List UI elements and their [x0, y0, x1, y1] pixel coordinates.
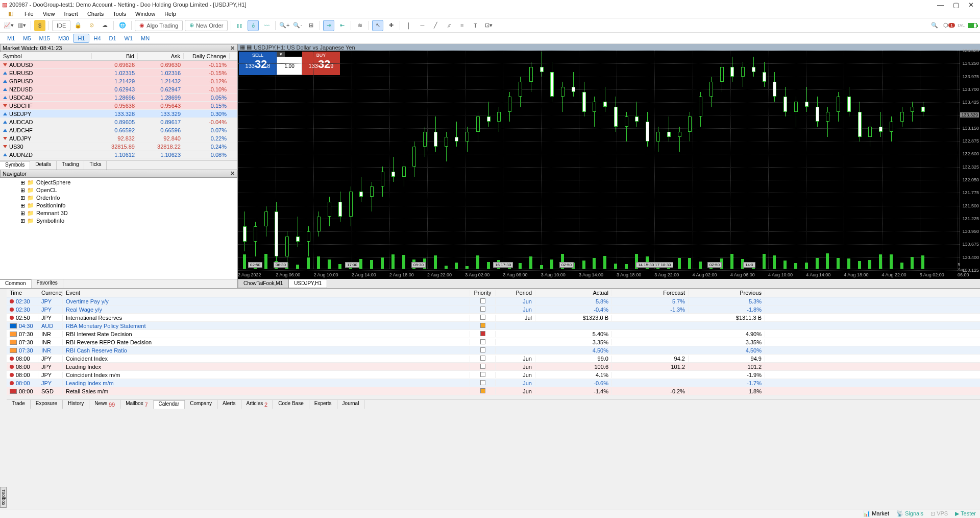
calendar-row[interactable]: 08:00JPYCoincident Index m/mJun4.1%-1.9% [7, 371, 980, 379]
toolbox-tab-mailbox[interactable]: Mailbox 7 [120, 400, 153, 409]
chart-area[interactable]: ▦ ▦ USDJPY,H1: US Dollar vs Japanese Yen… [238, 44, 980, 288]
symbol-row[interactable]: AUDUSD0.696260.69630-0.11% [0, 61, 237, 69]
menu-window[interactable]: Window [131, 11, 159, 17]
toolbox-tab-alerts[interactable]: Alerts [217, 400, 241, 409]
symbol-row[interactable]: AUDCHF0.665920.665960.07% [0, 126, 237, 134]
nav-item[interactable]: ⊞📁Remnant 3D [0, 209, 237, 217]
menu-help[interactable]: Help [160, 11, 180, 17]
zoom-out-icon[interactable]: 🔍- [292, 20, 303, 31]
zoom-in-icon[interactable]: 🔍+ [279, 20, 290, 31]
symbol-row[interactable]: USDJPY133.328133.3290.30% [0, 110, 237, 118]
menu-tools[interactable]: Tools [109, 11, 130, 17]
fibo-icon[interactable]: ≡ [456, 20, 468, 31]
globe-icon[interactable]: 🌐 [117, 20, 128, 31]
toolbox-tab-experts[interactable]: Experts [309, 400, 337, 409]
nav-item[interactable]: ⊞📁ObjectSphere [0, 179, 237, 186]
chart-tab[interactable]: USDJPY,H1 [288, 279, 327, 288]
bars-icon[interactable]: ⫿⫿ [234, 20, 246, 31]
close-button[interactable]: ✕ [968, 1, 974, 9]
tf-MN[interactable]: MN [137, 34, 154, 42]
menu-charts[interactable]: Charts [83, 11, 108, 17]
nav-item[interactable]: ⊞📁OpenCL [0, 186, 237, 194]
minimize-button[interactable]: — [937, 1, 944, 9]
navigator-close-icon[interactable]: ✕ [230, 170, 235, 177]
mw-tab-details[interactable]: Details [30, 161, 57, 170]
calendar-row[interactable]: 07:30INRRBI Cash Reserve Ratio4.50%4.50% [7, 346, 980, 355]
toolbox-tab-trade[interactable]: Trade [7, 400, 31, 409]
line-icon[interactable]: 〰 [261, 20, 272, 31]
candles-icon[interactable]: 🕯 [248, 20, 259, 31]
calendar-row[interactable]: 08:00JPYLeading IndexJun100.6101.2101.2 [7, 363, 980, 371]
symbol-row[interactable]: NZDUSD0.629430.62947-0.10% [0, 85, 237, 93]
dollar-icon[interactable]: $ [34, 20, 45, 31]
mw-tab-symbols[interactable]: Symbols [0, 161, 30, 170]
trendline-icon[interactable]: ╱ [430, 20, 441, 31]
calendar-row[interactable]: 07:30INRRBI Reverse REPO Rate Decision3.… [7, 338, 980, 346]
status-vps[interactable]: ⊡ VPS [930, 510, 948, 517]
tf-D1[interactable]: D1 [105, 34, 120, 42]
objects-dropdown[interactable]: ⊡▾ [483, 20, 494, 31]
chart-canvas[interactable]: SELL 133328 ▾ 1.00 BUY 133329 134.525134… [238, 51, 980, 279]
calendar-row[interactable]: 08:00JPYLeading Index m/mJun-0.6%-1.7% [7, 379, 980, 387]
chart-line-dropdown[interactable]: 📈▾ [3, 20, 14, 31]
calendar-row[interactable]: 02:30JPYReal Wage y/yJun-0.4%-1.3%-1.8% [7, 305, 980, 314]
tf-H1[interactable]: H1 [73, 34, 89, 43]
col-change[interactable]: Daily Change [184, 53, 230, 59]
indicators-icon[interactable]: ≋ [354, 20, 365, 31]
symbol-row[interactable]: EURUSD1.023151.02316-0.15% [0, 69, 237, 77]
crosshair-icon[interactable]: ✚ [385, 20, 397, 31]
marketwatch-close-icon[interactable]: ✕ [230, 45, 235, 52]
cloud-icon[interactable]: ☁ [99, 20, 110, 31]
lot-dropdown-icon[interactable]: ▾ [277, 52, 285, 57]
scroll-icon[interactable]: ⇤ [336, 20, 348, 31]
cursor-icon[interactable]: ↖ [372, 20, 383, 31]
maximize-button[interactable]: ▢ [953, 1, 959, 9]
chart-bar-dropdown[interactable]: ▥▾ [16, 20, 28, 31]
chart-tab[interactable]: ChowTaiFook,M1 [238, 279, 288, 288]
nav-item[interactable]: ⊞📁PositionInfo [0, 202, 237, 209]
symbol-row[interactable]: AUDNZD1.106121.106230.08% [0, 151, 237, 159]
notification-icon[interactable]: ⬡1 [943, 20, 954, 31]
nav-tab-favorites[interactable]: Favorites [32, 279, 63, 288]
tf-H4[interactable]: H4 [89, 34, 105, 42]
toolbox-tab-exposure[interactable]: Exposure [31, 400, 63, 409]
col-bid[interactable]: Bid [92, 53, 138, 59]
nav-item[interactable]: ⊞📁OrderInfo [0, 194, 237, 202]
lot-input[interactable]: 1.00 [277, 57, 302, 75]
channel-icon[interactable]: ⫽ [443, 20, 454, 31]
tf-M1[interactable]: M1 [3, 34, 19, 42]
bell-icon[interactable]: ⊘ [86, 20, 97, 31]
symbol-row[interactable]: USDCHF0.956380.956430.15% [0, 102, 237, 110]
calendar-row[interactable]: 02:50JPYInternational ReservesJul$1323.0… [7, 314, 980, 322]
status-signals[interactable]: 📡 Signals [896, 510, 923, 517]
mw-tab-ticks[interactable]: Ticks [84, 161, 107, 170]
calendar-row[interactable]: 07:30INRRBI Interest Rate Decision5.40%4… [7, 330, 980, 338]
status-market[interactable]: 📊 Market [863, 510, 889, 517]
menu-file[interactable]: File [20, 11, 38, 17]
nav-item[interactable]: ⊞📁SymbolInfo [0, 217, 237, 225]
nav-tab-common[interactable]: Common [0, 279, 32, 288]
toolbox-tab-company[interactable]: Company [185, 400, 217, 409]
menu-view[interactable]: View [39, 11, 59, 17]
status-tester[interactable]: ▶ Tester [955, 510, 976, 517]
hline-icon[interactable]: ─ [416, 20, 428, 31]
toolbox-tab-code base[interactable]: Code Base [273, 400, 309, 409]
menu-insert[interactable]: Insert [60, 11, 82, 17]
algo-trading-button[interactable]: ◉Algo Trading [135, 20, 183, 31]
lock-icon[interactable]: 🔒 [72, 20, 84, 31]
tf-W1[interactable]: W1 [120, 34, 137, 42]
symbol-row[interactable]: AUDJPY92.83292.8400.22% [0, 134, 237, 143]
toolbox-tab-journal[interactable]: Journal [337, 400, 365, 409]
shift-icon[interactable]: ⇥ [323, 20, 334, 31]
text-icon[interactable]: T [470, 20, 481, 31]
tf-M5[interactable]: M5 [19, 34, 35, 42]
calendar-row[interactable]: 08:00SGDRetail Sales m/mJun-1.4%-0.2%1.8… [7, 387, 980, 395]
col-symbol[interactable]: Symbol [0, 53, 92, 59]
calendar-row[interactable]: 04:30AUDRBA Monetary Policy Statement [7, 322, 980, 330]
vline-icon[interactable]: │ [403, 20, 414, 31]
col-ask[interactable]: Ask [138, 53, 184, 59]
toolbox-tab-news[interactable]: News 99 [89, 400, 120, 409]
symbol-row[interactable]: USDCAD1.286961.286990.05% [0, 93, 237, 102]
calendar-row[interactable]: 02:30JPYOvertime Pay y/yJun5.8%5.7%5.3% [7, 297, 980, 305]
calendar-row[interactable]: 08:00JPYCoincident IndexJun99.094.294.9 [7, 355, 980, 363]
